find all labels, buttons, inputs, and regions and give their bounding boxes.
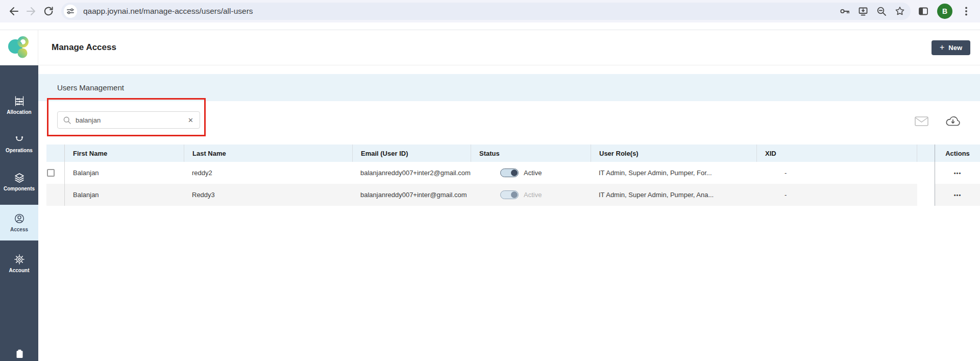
chrome-gap [0, 22, 980, 30]
sidebar-item-components[interactable]: Components [0, 166, 38, 197]
status-toggle[interactable] [500, 190, 519, 199]
sidebar-item-label: Allocation [7, 109, 31, 115]
zoom-out-icon[interactable] [876, 6, 887, 17]
content-area: Users Management ✕ First Name Last Name [38, 65, 980, 361]
section-band: Users Management [38, 74, 980, 101]
sidebar: Allocation Operations Components Access [0, 65, 38, 361]
status-label: Active [524, 169, 542, 177]
status-label: Active [524, 191, 542, 199]
abacus-icon [14, 95, 25, 107]
column-header-user-roles: User Role(s) [591, 145, 756, 162]
cell-last-name: reddy2 [184, 162, 352, 184]
sidebar-item-account[interactable]: Account [0, 248, 38, 279]
actions-column: ••• ••• [935, 162, 980, 206]
browser-toolbar: qaapp.joynai.net/manage-access/users/all… [0, 0, 980, 22]
search-box[interactable]: ✕ [57, 111, 200, 129]
row-actions-icon[interactable]: ••• [954, 170, 962, 176]
wave-icon [14, 134, 25, 145]
search-icon [63, 116, 71, 125]
clipboard-icon[interactable] [14, 348, 25, 359]
header-checkbox-spacer [46, 145, 65, 162]
clear-search-icon[interactable]: ✕ [187, 116, 194, 124]
cell-xid: - [756, 184, 917, 206]
cell-status: Active [471, 162, 591, 184]
sidebar-item-label: Access [10, 227, 28, 232]
sidebar-item-access[interactable]: Access [0, 205, 38, 240]
cell-email: balanjanreddy007+inter@gmail.com [352, 184, 471, 206]
table-row[interactable]: Balanjan reddy2 balanjanreddy007+inter2@… [46, 162, 917, 184]
side-panel-icon[interactable] [918, 6, 929, 17]
cell-email: balanjanreddy007+inter2@gmail.com [352, 162, 471, 184]
app-logo [0, 30, 38, 65]
cell-first-name: Balanjan [65, 162, 184, 184]
site-info-icon[interactable] [64, 5, 77, 18]
column-header-actions: Actions [935, 145, 980, 162]
cloud-download-icon[interactable] [945, 114, 961, 128]
cell-last-name: Reddy3 [184, 184, 352, 206]
page-title: Manage Access [52, 42, 116, 53]
table-header-row: First Name Last Name Email (User ID) Sta… [46, 145, 980, 162]
new-button[interactable]: + New [932, 40, 970, 55]
cell-status: Active [471, 184, 591, 206]
cell-user-roles: IT Admin, Super Admin, Pumper, For... [591, 162, 756, 184]
sidebar-item-label: Account [9, 268, 30, 273]
person-circle-icon [14, 213, 25, 224]
plus-icon: + [940, 43, 944, 52]
column-header-first-name: First Name [65, 145, 184, 162]
cell-first-name: Balanjan [65, 184, 184, 206]
profile-avatar[interactable]: B [937, 4, 952, 19]
reload-icon[interactable] [40, 3, 57, 20]
status-toggle[interactable] [500, 169, 519, 177]
sidebar-item-operations[interactable]: Operations [0, 128, 38, 159]
cell-user-roles: IT Admin, Super Admin, Pumper, Ana... [591, 184, 756, 206]
column-header-status: Status [471, 145, 591, 162]
app-header: Manage Access + New [0, 30, 980, 65]
section-title: Users Management [57, 83, 124, 92]
sidebar-item-allocation[interactable]: Allocation [0, 90, 38, 121]
install-app-icon[interactable] [857, 6, 869, 17]
cell-xid: - [756, 162, 917, 184]
url-text[interactable]: qaapp.joynai.net/manage-access/users/all… [83, 7, 833, 16]
back-icon[interactable] [5, 3, 22, 20]
users-table: First Name Last Name Email (User ID) Sta… [46, 145, 980, 206]
row-actions-icon[interactable]: ••• [954, 192, 962, 198]
forward-icon[interactable] [22, 3, 40, 20]
layers-icon [14, 172, 25, 183]
column-header-xid: XID [756, 145, 917, 162]
gear-icon [14, 254, 25, 265]
password-key-icon[interactable] [839, 6, 850, 17]
browser-menu-icon[interactable] [961, 6, 972, 17]
sidebar-item-label: Components [4, 186, 35, 191]
column-header-last-name: Last Name [184, 145, 352, 162]
address-bar[interactable]: qaapp.joynai.net/manage-access/users/all… [61, 3, 911, 20]
row-checkbox[interactable] [47, 169, 55, 177]
column-header-email: Email (User ID) [352, 145, 471, 162]
bookmark-star-icon[interactable] [894, 6, 905, 17]
table-row[interactable]: Balanjan Reddy3 balanjanreddy007+inter@g… [46, 184, 917, 206]
sidebar-item-label: Operations [6, 148, 33, 153]
search-input[interactable] [76, 116, 187, 124]
mail-icon[interactable] [915, 116, 928, 126]
header-gap [917, 145, 935, 162]
